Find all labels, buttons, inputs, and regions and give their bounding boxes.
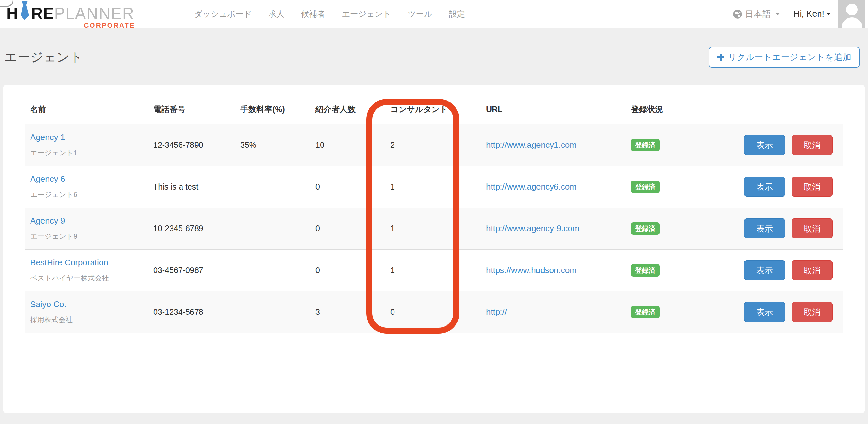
- user-menu[interactable]: Hi, Ken!: [794, 9, 831, 19]
- status-badge: 登録済: [631, 306, 659, 318]
- globe-icon: [733, 9, 742, 19]
- avatar[interactable]: [838, 0, 865, 28]
- fee-cell: [235, 166, 310, 208]
- language-label: 日本語: [745, 8, 771, 20]
- consultants-cell: 1: [385, 166, 481, 208]
- avatar-head-shape: [846, 4, 858, 16]
- table-row: Agency 1 エージェント1 12-3456-7890 35% 10 2 h…: [25, 124, 843, 166]
- table-row: Saiyo Co. 採用株式会社 03-1234-5678 3 0 http:/…: [25, 291, 843, 333]
- consultants-cell: 1: [385, 208, 481, 249]
- logo-text-planner: PLANNER: [54, 5, 134, 22]
- col-header-referrals: 紹介者人数: [310, 95, 385, 124]
- agency-name-link[interactable]: Agency 1: [30, 132, 65, 142]
- status-badge: 登録済: [631, 181, 659, 193]
- agency-subname: エージェント9: [30, 232, 143, 241]
- chevron-down-icon: [826, 13, 831, 16]
- logo-text-h: H: [6, 5, 18, 22]
- agents-card: 名前 電話番号 手数料率(%) 紹介者人数 コンサルタント URL 登録状況 A…: [3, 85, 865, 413]
- avatar-body-shape: [842, 17, 862, 28]
- referrals-cell: 10: [310, 124, 385, 166]
- col-header-name: 名前: [25, 95, 148, 124]
- cancel-button[interactable]: 取消: [792, 135, 833, 155]
- col-header-phone: 電話番号: [148, 95, 235, 124]
- nav-item-jobs[interactable]: 求人: [268, 9, 284, 19]
- status-badge: 登録済: [631, 222, 659, 235]
- agency-subname: 採用株式会社: [30, 315, 143, 325]
- nav-item-agents[interactable]: エージェント: [342, 9, 391, 19]
- table-row: Agency 9 エージェント9 10-2345-6789 0 1 http:/…: [25, 208, 843, 249]
- col-header-status: 登録状況: [626, 95, 735, 124]
- agency-subname: エージェント6: [30, 190, 143, 200]
- fee-cell: [235, 291, 310, 333]
- logo-text-corporate: CORPORATE: [84, 22, 135, 29]
- referrals-cell: 0: [310, 166, 385, 208]
- nav-item-candidates[interactable]: 候補者: [301, 9, 325, 19]
- nav-item-tools[interactable]: ツール: [408, 9, 432, 19]
- plus-icon: [717, 54, 724, 61]
- agency-url-link[interactable]: http://www.agency1.com: [486, 140, 577, 150]
- col-header-url: URL: [481, 95, 626, 124]
- nav-item-dashboard[interactable]: ダッシュボード: [194, 9, 252, 19]
- agency-name-link[interactable]: Saiyo Co.: [30, 299, 66, 309]
- status-badge: 登録済: [631, 264, 659, 277]
- phone-cell: 10-2345-6789: [148, 208, 235, 249]
- consultants-cell: 2: [385, 124, 481, 166]
- phone-cell: 03-1234-5678: [148, 291, 235, 333]
- add-recruit-agent-button[interactable]: リクルートエージェントを追加: [709, 47, 860, 68]
- phone-cell: 12-3456-7890: [148, 124, 235, 166]
- status-badge: 登録済: [631, 139, 659, 151]
- agency-name-link[interactable]: BestHire Corporation: [30, 258, 108, 267]
- col-header-consultants: コンサルタント: [385, 95, 481, 124]
- phone-cell: 03-4567-0987: [148, 249, 235, 291]
- fee-cell: 35%: [235, 124, 310, 166]
- agency-url-link[interactable]: http://www.agency6.com: [486, 182, 577, 191]
- agents-table: 名前 電話番号 手数料率(%) 紹介者人数 コンサルタント URL 登録状況 A…: [25, 95, 843, 333]
- agency-url-link[interactable]: http://: [486, 307, 507, 317]
- col-header-actions: [735, 95, 843, 124]
- logo-text-re: RE: [31, 5, 54, 22]
- page-title: エージェント: [4, 49, 83, 66]
- language-dropdown[interactable]: 日本語: [733, 8, 780, 20]
- top-navbar: H RE PLANNER CORPORATE ダッシュボード 求人 候補者 エー…: [0, 0, 868, 28]
- cancel-button[interactable]: 取消: [792, 218, 833, 238]
- table-row: Agency 6 エージェント6 This is a test 0 1 http…: [25, 166, 843, 208]
- consultants-cell: 1: [385, 249, 481, 291]
- table-header-row: 名前 電話番号 手数料率(%) 紹介者人数 コンサルタント URL 登録状況: [25, 95, 843, 124]
- col-header-fee: 手数料率(%): [235, 95, 310, 124]
- agency-name-link[interactable]: Agency 9: [30, 216, 65, 225]
- cancel-button[interactable]: 取消: [792, 260, 833, 280]
- view-button[interactable]: 表示: [744, 218, 785, 238]
- view-button[interactable]: 表示: [744, 260, 785, 280]
- table-row: BestHire Corporation ベストハイヤー株式会社 03-4567…: [25, 249, 843, 291]
- chevron-down-icon: [775, 13, 780, 16]
- main-nav: ダッシュボード 求人 候補者 エージェント ツール 設定: [194, 9, 465, 19]
- agency-name-link[interactable]: Agency 6: [30, 174, 65, 184]
- brand-logo[interactable]: H RE PLANNER CORPORATE: [4, 0, 134, 30]
- cancel-button[interactable]: 取消: [792, 302, 833, 322]
- referrals-cell: 0: [310, 249, 385, 291]
- nav-item-settings[interactable]: 設定: [449, 9, 465, 19]
- view-button[interactable]: 表示: [744, 177, 785, 196]
- agency-url-link[interactable]: http://www.agency-9.com: [486, 223, 579, 233]
- user-greeting: Hi, Ken!: [794, 9, 824, 19]
- agency-subname: エージェント1: [30, 148, 143, 158]
- fee-cell: [235, 249, 310, 291]
- consultants-cell: 0: [385, 291, 481, 333]
- agency-url-link[interactable]: https://www.hudson.com: [486, 265, 577, 275]
- agency-subname: ベストハイヤー株式会社: [30, 273, 143, 283]
- topbar-right-group: 日本語 Hi, Ken!: [733, 0, 868, 28]
- tie-icon: [19, 1, 31, 22]
- referrals-cell: 0: [310, 208, 385, 249]
- phone-cell: This is a test: [148, 166, 235, 208]
- add-button-label: リクルートエージェントを追加: [728, 51, 851, 63]
- fee-cell: [235, 208, 310, 249]
- page-header: エージェント リクルートエージェントを追加: [0, 44, 868, 70]
- referrals-cell: 3: [310, 291, 385, 333]
- view-button[interactable]: 表示: [744, 135, 785, 155]
- cancel-button[interactable]: 取消: [792, 177, 833, 196]
- view-button[interactable]: 表示: [744, 302, 785, 322]
